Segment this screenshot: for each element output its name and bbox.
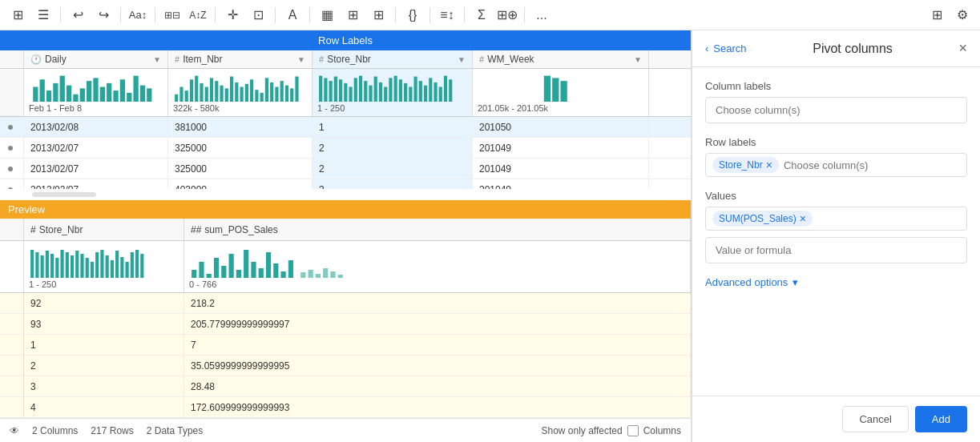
col-header-daily[interactable]: 🕐 Daily ▼ [24, 50, 168, 68]
values-tag-remove[interactable]: × [800, 212, 806, 225]
values-tag: SUM(POS_Sales) × [712, 211, 813, 227]
svg-rect-48 [344, 83, 347, 102]
stats-icon[interactable]: ⊞⊕ [496, 4, 518, 26]
preview-row-num [0, 397, 24, 417]
grid2-icon[interactable]: ⊞ [341, 4, 364, 26]
preview-table-row: 1 7 [0, 335, 691, 356]
preview-row-num [0, 356, 24, 376]
svg-rect-82 [75, 251, 79, 278]
toolbar-separator-3 [155, 7, 155, 23]
svg-rect-35 [260, 93, 264, 102]
column-labels-label: Column labels [705, 80, 967, 92]
svg-rect-20 [185, 90, 188, 102]
svg-rect-9 [93, 78, 98, 102]
svg-rect-96 [192, 270, 196, 278]
svg-rect-115 [338, 275, 343, 278]
row-count: 217 Rows [91, 425, 133, 436]
hash-icon-2: # [319, 54, 324, 64]
svg-rect-68 [444, 76, 447, 102]
row-labels-input-field[interactable] [784, 159, 960, 171]
grid-icon[interactable]: ▦ [316, 4, 338, 26]
sort-icon[interactable]: A↕Z [187, 4, 209, 26]
svg-rect-5 [67, 86, 71, 102]
svg-rect-108 [281, 271, 286, 278]
share-icon[interactable]: ⊞ [926, 4, 948, 26]
preview-sparkline-sales: 0 - 766 [184, 241, 691, 292]
preview-col-sales[interactable]: ## sum_POS_Sales [184, 219, 691, 240]
svg-rect-100 [221, 266, 226, 278]
svg-rect-31 [240, 87, 244, 102]
redo-icon[interactable]: ↪ [92, 4, 115, 26]
toolbar-separator-8 [430, 7, 430, 23]
add-button[interactable]: Add [915, 406, 967, 432]
status-bar: 👁 2 Columns 217 Rows 2 Data Types Show o… [0, 418, 691, 442]
settings-icon[interactable]: ⚙ [951, 4, 974, 26]
table-row: 2013/02/07 325000 2 201049 [0, 159, 691, 179]
svg-rect-112 [316, 274, 321, 278]
row-labels-section: Row labels Store_Nbr × [705, 136, 967, 177]
sum-icon[interactable]: Σ [470, 4, 493, 26]
preview-col-store[interactable]: # Store_Nbr [24, 219, 184, 240]
table-row: 2013/02/07 325000 2 201049 [0, 138, 691, 159]
values-tag-input[interactable]: SUM(POS_Sales) × [705, 207, 967, 231]
preview-row-num [0, 335, 24, 355]
advanced-options-toggle[interactable]: Advanced options ▾ [705, 276, 967, 288]
more-icon[interactable]: ... [530, 4, 553, 26]
svg-rect-18 [175, 94, 178, 102]
svg-rect-66 [434, 82, 437, 102]
preview-row-num-header [0, 219, 24, 240]
svg-rect-14 [127, 93, 131, 102]
svg-rect-12 [113, 90, 118, 102]
sparkline-cell-item: 322k - 580k [168, 69, 313, 116]
format-icon[interactable]: Aa↕ [127, 4, 149, 26]
svg-rect-32 [245, 84, 248, 102]
svg-rect-97 [199, 262, 204, 278]
row-labels-tag-input[interactable]: Store_Nbr × [705, 153, 967, 177]
filter-icon[interactable]: ≡↕ [436, 4, 458, 26]
cancel-button[interactable]: Cancel [842, 406, 908, 432]
svg-rect-43 [319, 76, 322, 102]
svg-rect-13 [120, 79, 125, 102]
toolbar-separator [60, 7, 61, 23]
column-labels-input[interactable] [705, 97, 967, 123]
svg-rect-40 [285, 86, 288, 102]
panel-header: ‹ Search Pivot columns × [692, 30, 980, 67]
svg-rect-41 [290, 88, 293, 102]
menu-icon[interactable]: ☰ [32, 4, 54, 26]
values-formula-input[interactable] [705, 237, 967, 263]
svg-rect-34 [255, 90, 258, 102]
undo-icon[interactable]: ↩ [67, 4, 89, 26]
svg-rect-62 [414, 77, 417, 102]
svg-rect-8 [87, 81, 91, 102]
svg-rect-95 [140, 254, 143, 278]
transform-icon[interactable]: ⊞⊟ [161, 4, 183, 26]
svg-rect-93 [131, 252, 134, 278]
h-scrollbar[interactable] [0, 189, 691, 200]
expand-icon[interactable]: ⊡ [247, 4, 269, 26]
toolbar-separator-2 [120, 7, 121, 23]
toolbar-separator-7 [395, 7, 396, 23]
col-header-item-nbr[interactable]: # Item_Nbr ▼ [168, 50, 313, 68]
svg-rect-61 [409, 87, 412, 102]
panel-close-button[interactable]: × [958, 40, 967, 57]
show-only-affected-checkbox[interactable] [627, 425, 639, 436]
preview-table-row: 3 28.48 [0, 376, 691, 397]
col-header-wm-week[interactable]: # WM_Week ▼ [473, 50, 649, 68]
svg-rect-72 [561, 81, 567, 102]
svg-rect-44 [324, 78, 327, 102]
panel-back-button[interactable]: ‹ Search [705, 42, 747, 54]
grid3-icon[interactable]: ⊞ [367, 4, 389, 26]
code-icon[interactable]: {} [401, 4, 424, 26]
row-labels-tag-remove[interactable]: × [766, 159, 772, 171]
svg-rect-74 [35, 252, 38, 278]
hash-icon-1: # [175, 54, 179, 64]
col-header-store-nbr[interactable]: # Store_Nbr ▼ [313, 50, 473, 68]
svg-rect-102 [236, 270, 241, 278]
add-col-icon[interactable]: ✛ [221, 4, 244, 26]
preview-sparkline-store: 1 - 250 [24, 241, 184, 292]
text-icon[interactable]: A [281, 4, 304, 26]
svg-rect-56 [384, 87, 387, 102]
show-only-affected: Show only affected Columns [541, 425, 681, 436]
column-count: 2 Columns [32, 425, 78, 436]
apps-icon[interactable]: ⊞ [6, 4, 29, 26]
